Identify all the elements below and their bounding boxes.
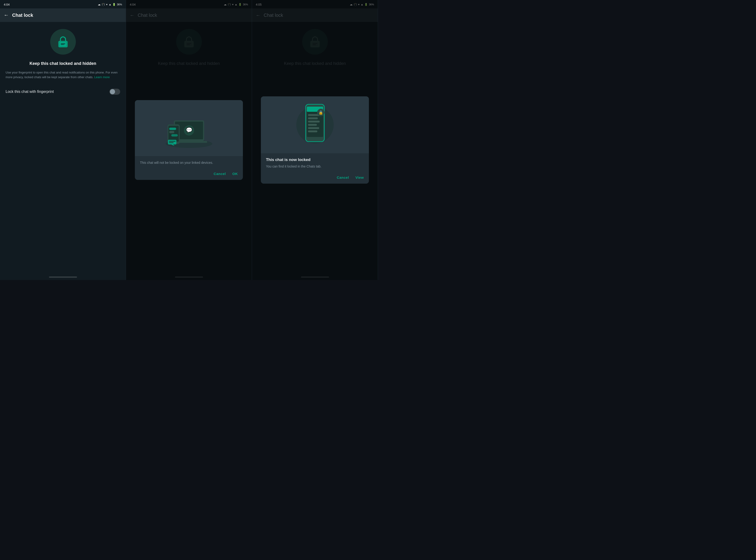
status-time-1: 4:04 <box>4 3 9 6</box>
app-bar-1: ← Chat lock <box>0 8 126 22</box>
svg-text:🔒: 🔒 <box>318 111 323 115</box>
dialog-actions-3: Cancel View <box>261 174 369 184</box>
lock-icon-circle-1 <box>50 29 76 55</box>
cancel-button-2[interactable]: Cancel <box>214 172 226 176</box>
dialog-title-3: This chat is now locked <box>266 158 364 162</box>
dialog-image-area-2: 💬 <box>135 100 243 156</box>
status-bar-1: 4:04 ☁ 📳 ▾ ▲ 🔋 36% <box>0 0 126 8</box>
svg-rect-5 <box>61 44 64 45</box>
dialog-actions-2: Cancel OK <box>135 170 243 180</box>
svg-rect-3 <box>60 42 66 46</box>
svg-rect-34 <box>308 121 320 122</box>
panel-1-content: Keep this chat locked and hidden Use you… <box>0 22 126 274</box>
battery-icon-1: 🔋 <box>113 3 116 6</box>
panel-1-heading: Keep this chat locked and hidden <box>29 61 96 66</box>
dialog-body-3: You can find it locked in the Chats tab. <box>266 164 364 169</box>
svg-rect-33 <box>308 117 318 119</box>
battery-text-1: 36% <box>117 3 122 6</box>
svg-rect-18 <box>169 128 176 130</box>
svg-rect-23 <box>169 141 176 142</box>
svg-rect-24 <box>169 142 174 143</box>
app-bar-title-1: Chat lock <box>12 13 33 18</box>
panel-3: 4:05 ☁ 📳 ▾ ▲ 🔋 36% ← Chat lock Keep this… <box>252 0 378 280</box>
dialog-text-area-3: This chat is now locked You can find it … <box>261 153 369 174</box>
status-icons-1: ☁ 📳 ▾ ▲ 🔋 36% <box>98 3 122 6</box>
phone-illustration: 🔒 <box>301 102 329 148</box>
lock-svg-1 <box>56 35 70 49</box>
svg-rect-36 <box>308 127 319 129</box>
dialog-overlay-3: 🔒 This chat is now locked You can find i… <box>252 0 378 280</box>
panel-2: 4:04 ☁ 📳 ▾ ▲ 🔋 36% ← Chat lock Keep this… <box>126 0 252 280</box>
ok-button-2[interactable]: OK <box>233 172 238 176</box>
toggle-knob <box>110 89 115 94</box>
dialog-box-3: 🔒 This chat is now locked You can find i… <box>261 96 369 184</box>
signal-icon-1: ▲ <box>109 3 111 6</box>
dialog-body-2: This chat will not be locked on your lin… <box>140 160 238 165</box>
dialog-image-area-3: 🔒 <box>261 96 369 153</box>
view-button-3[interactable]: View <box>355 176 364 179</box>
toggle-label: Lock this chat with fingerprint <box>6 89 54 94</box>
back-button-1[interactable]: ← <box>4 12 9 18</box>
svg-rect-20 <box>171 134 178 137</box>
cloud-icon-1: ☁ <box>98 3 101 6</box>
cancel-button-3[interactable]: Cancel <box>337 176 349 179</box>
learn-more-link[interactable]: Learn more <box>94 75 110 79</box>
toggle-row: Lock this chat with fingerprint <box>6 86 120 98</box>
devices-illustration: 💬 <box>161 107 217 149</box>
svg-rect-37 <box>308 131 317 132</box>
home-indicator-1 <box>0 274 126 280</box>
wifi-icon-1: ▾ <box>106 3 107 6</box>
panel-1: 4:04 ☁ 📳 ▾ ▲ 🔋 36% ← Chat lock <box>0 0 126 280</box>
svg-rect-4 <box>61 43 65 44</box>
vibrate-icon-1: 📳 <box>102 3 105 6</box>
home-bar-1 <box>49 277 77 278</box>
svg-text:💬: 💬 <box>186 127 192 133</box>
svg-rect-21 <box>168 140 176 144</box>
dialog-overlay-2: 💬 T <box>126 0 252 280</box>
svg-rect-19 <box>169 131 174 133</box>
dialog-text-area-2: This chat will not be locked on your lin… <box>135 156 243 170</box>
svg-rect-35 <box>308 124 317 126</box>
panel-1-description: Use your fingerprint to open this chat a… <box>6 70 120 79</box>
toggle-switch[interactable] <box>110 89 120 95</box>
dialog-box-2: 💬 T <box>135 100 243 180</box>
